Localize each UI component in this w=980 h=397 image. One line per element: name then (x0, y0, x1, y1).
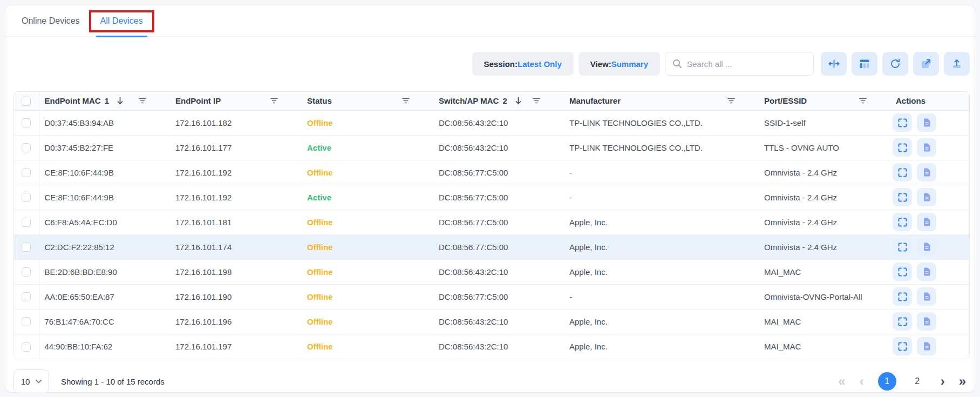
page-button-1[interactable]: 1 (878, 372, 896, 391)
columns-icon (860, 59, 869, 68)
column-header-port-essid[interactable]: Port/ESSID (759, 92, 890, 110)
row-checkbox[interactable] (22, 292, 31, 301)
first-page-button[interactable]: « (838, 375, 845, 388)
expand-row-button[interactable] (893, 138, 912, 157)
row-checkbox[interactable] (22, 193, 31, 202)
details-button[interactable] (917, 287, 936, 306)
session-label: Session: (484, 59, 518, 69)
expand-row-button[interactable] (893, 238, 912, 256)
select-all-checkbox[interactable] (22, 97, 31, 106)
document-icon (923, 143, 930, 152)
table-row[interactable]: AA:0E:65:50:EA:87172.16.101.190OfflineDC… (14, 284, 969, 309)
actions-cell (890, 334, 969, 359)
column-header-endpoint-ip[interactable]: EndPoint IP (170, 92, 302, 110)
manufacturer-cell: Apple, Inc. (564, 259, 759, 284)
endpoint-mac-cell: AA:0E:65:50:EA:87 (39, 284, 170, 309)
details-button[interactable] (917, 213, 936, 231)
view-label: View: (590, 59, 611, 69)
column-header-switch-ap-mac[interactable]: Switch/AP MAC2 (433, 92, 564, 110)
column-header-manufacturer[interactable]: Manufacturer (564, 92, 759, 110)
row-checkbox[interactable] (22, 342, 31, 352)
table-footer: 10 Showing 1 - 10 of 15 records « ‹ 12 ›… (5, 369, 975, 393)
expand-row-button[interactable] (893, 113, 912, 132)
table-row[interactable]: 76:B1:47:6A:70:CC172.16.101.196OfflineDC… (14, 309, 969, 334)
tab-online-devices[interactable]: Online Devices (22, 5, 80, 36)
table-row[interactable]: CE:8F:10:6F:44:9B172.16.101.192OfflineDC… (14, 160, 969, 185)
row-checkbox[interactable] (22, 317, 31, 326)
port-essid-cell: TTLS - OVNG AUTO (759, 135, 890, 160)
tab-all-devices[interactable]: All Devices (100, 5, 143, 36)
status-badge: Offline (307, 243, 333, 252)
expand-row-button[interactable] (893, 188, 912, 206)
details-button[interactable] (917, 188, 936, 206)
document-icon (923, 193, 930, 201)
sort-order-number: 2 (502, 96, 507, 105)
switch-ap-mac-cell: DC:08:56:77:C5:00 (433, 234, 564, 259)
table-row[interactable]: 44:90:BB:10:FA:62172.16.101.197OfflineDC… (14, 334, 969, 359)
export-icon (952, 59, 962, 69)
search-input[interactable] (687, 59, 806, 69)
filter-icon[interactable] (859, 98, 867, 104)
table-row[interactable]: CE:8F:10:6F:44:9B172.16.101.192ActiveDC:… (14, 185, 969, 210)
tab-label: All Devices (100, 16, 143, 26)
expand-row-button[interactable] (893, 263, 912, 281)
endpoint-ip-cell: 172.16.101.174 (170, 234, 302, 259)
row-checkbox[interactable] (22, 267, 31, 277)
sort-order-number: 1 (105, 96, 109, 105)
details-button[interactable] (917, 312, 936, 331)
status-badge: Offline (307, 292, 333, 301)
filter-icon[interactable] (402, 98, 410, 104)
columns-button[interactable] (852, 52, 877, 76)
details-button[interactable] (917, 263, 936, 281)
prev-page-button[interactable]: ‹ (860, 375, 864, 388)
sort-arrow-icon[interactable] (515, 97, 522, 105)
details-button[interactable] (917, 163, 936, 181)
endpoint-mac-cell: CE:8F:10:6F:44:9B (39, 185, 170, 210)
table-row[interactable]: D0:37:45:B2:27:FE172.16.101.177ActiveDC:… (14, 135, 969, 160)
details-button[interactable] (917, 238, 936, 256)
table-row[interactable]: BE:2D:6B:BD:E8:90172.16.101.198OfflineDC… (14, 259, 969, 284)
table-row[interactable]: C6:F8:A5:4A:EC:D0172.16.101.181OfflineDC… (14, 210, 969, 234)
table-row[interactable]: C2:DC:F2:22:85:12172.16.101.174OfflineDC… (14, 234, 969, 259)
expand-row-button[interactable] (893, 213, 912, 231)
status-cell: Offline (302, 284, 433, 309)
filter-icon[interactable] (139, 98, 146, 104)
refresh-button[interactable] (882, 52, 908, 76)
next-page-button[interactable]: › (941, 375, 945, 388)
details-button[interactable] (917, 337, 936, 355)
manufacturer-cell: - (564, 160, 759, 185)
export-button[interactable] (944, 52, 970, 76)
filter-icon[interactable] (270, 98, 278, 104)
table-row[interactable]: D0:37:45:B3:94:AB172.16.101.182OfflineDC… (14, 110, 969, 135)
search-box[interactable] (665, 52, 814, 76)
open-external-button[interactable] (913, 52, 939, 76)
row-checkbox[interactable] (22, 143, 31, 152)
status-badge: Offline (307, 168, 333, 177)
switch-ap-mac-cell: DC:08:56:77:C5:00 (433, 185, 564, 210)
view-filter-chip[interactable]: View:Summary (579, 52, 660, 76)
session-filter-chip[interactable]: Session:Latest Only (472, 52, 574, 76)
page-size-select[interactable]: 10 (13, 369, 49, 393)
expand-row-button[interactable] (893, 287, 912, 306)
details-button[interactable] (917, 113, 936, 132)
filter-icon[interactable] (533, 98, 540, 104)
row-checkbox[interactable] (22, 118, 31, 127)
endpoint-mac-cell: BE:2D:6B:BD:E8:90 (39, 259, 170, 284)
details-button[interactable] (917, 138, 936, 157)
row-checkbox[interactable] (22, 218, 31, 227)
column-header-endpoint-mac[interactable]: EndPoint MAC1 (39, 92, 170, 110)
expand-columns-button[interactable] (821, 52, 847, 76)
expand-row-button[interactable] (893, 312, 912, 331)
expand-row-button[interactable] (893, 337, 912, 355)
endpoint-ip-cell: 172.16.101.181 (170, 210, 302, 234)
port-essid-cell: Omnivista - 2.4 GHz (759, 210, 890, 234)
sort-arrow-icon[interactable] (117, 97, 124, 105)
page-button-2[interactable]: 2 (908, 372, 927, 391)
column-header-status[interactable]: Status (302, 92, 433, 110)
last-page-button[interactable]: » (959, 375, 966, 388)
row-checkbox[interactable] (22, 168, 31, 177)
column-header-actions[interactable]: Actions (890, 92, 969, 110)
row-checkbox[interactable] (22, 243, 31, 252)
filter-icon[interactable] (727, 98, 735, 104)
expand-row-button[interactable] (893, 163, 912, 181)
